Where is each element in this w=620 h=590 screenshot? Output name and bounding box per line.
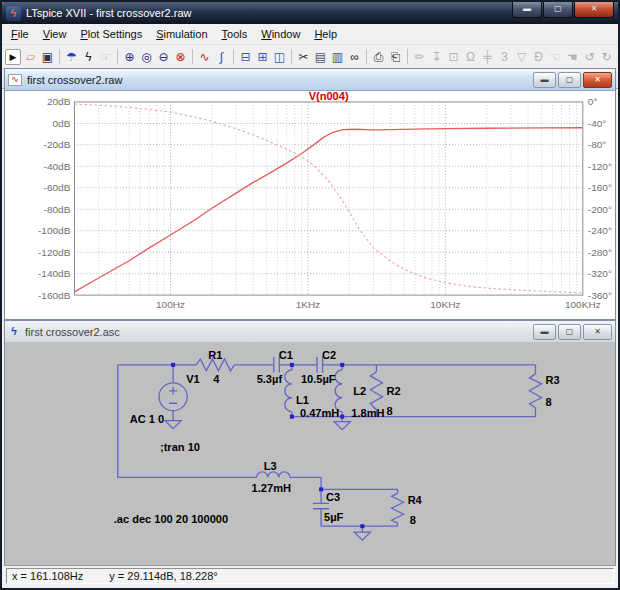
- drag-icon[interactable]: ☚: [564, 48, 581, 65]
- value-R4[interactable]: 8: [410, 514, 416, 526]
- component-L1[interactable]: [285, 370, 292, 412]
- undo-icon[interactable]: ↺: [581, 48, 598, 65]
- directive-tran[interactable]: ;tran 10: [160, 441, 200, 453]
- mirror-icon[interactable]: Ɛm: [615, 48, 620, 65]
- value-R2[interactable]: 8: [387, 405, 393, 417]
- move-icon[interactable]: ☜: [547, 48, 564, 65]
- redo-icon[interactable]: ↻: [598, 48, 615, 65]
- ground-symbol-low: [354, 532, 370, 540]
- minimize-button[interactable]: ▬: [512, 2, 542, 18]
- waveform-window-titlebar[interactable]: ∿ first crossover2.raw ▬▢✕: [5, 69, 615, 91]
- directive-ac[interactable]: .ac dec 100 20 100000: [114, 513, 228, 525]
- y-left-tick-label: -100dB: [38, 225, 71, 236]
- wire-icon[interactable]: ✏: [411, 48, 428, 65]
- label-L2[interactable]: L2: [353, 385, 366, 397]
- y-right-tick-label: 0°: [588, 96, 598, 107]
- schematic-window-titlebar[interactable]: ϟ first crossover2.asc ▬▢✕: [5, 321, 615, 343]
- value-V1[interactable]: AC 1 0: [130, 413, 164, 425]
- minimize-button[interactable]: ▬: [533, 72, 556, 88]
- paste-icon[interactable]: ▥: [329, 48, 346, 65]
- maximize-button[interactable]: ▢: [543, 2, 573, 18]
- resistor-icon[interactable]: Ω: [462, 48, 479, 65]
- tile-horizontal-icon[interactable]: ⊟: [237, 48, 254, 65]
- waveform-window-icon: ∿: [8, 74, 22, 86]
- save-icon[interactable]: ▣: [39, 48, 56, 65]
- capacitor-icon[interactable]: ╪: [479, 48, 496, 65]
- label-R3[interactable]: R3: [546, 374, 560, 386]
- open-icon[interactable]: ▱: [22, 48, 39, 65]
- waveform-plot-area[interactable]: 100Hz1KHz10KHz100KHz20dB0dB-20dB-40dB-60…: [5, 90, 615, 319]
- waveform-plot[interactable]: 100Hz1KHz10KHz100KHz20dB0dB-20dB-40dB-60…: [5, 90, 615, 319]
- cut-icon[interactable]: ✂: [295, 48, 312, 65]
- label-C2[interactable]: C2: [322, 349, 336, 361]
- bjt-icon[interactable]: Ð: [530, 48, 547, 65]
- toolbar-separator: [117, 49, 118, 64]
- y-right-tick-label: -360°: [588, 290, 612, 301]
- zoom-area-icon[interactable]: ◎: [138, 48, 155, 65]
- schematic-drawing: V1 AC 1 0 ;tran 10 R1 4 C1 5.3µf C2 10.5…: [5, 342, 615, 567]
- magnitude-trace[interactable]: [74, 128, 582, 292]
- copy-icon[interactable]: ▤: [312, 48, 329, 65]
- label-net-icon[interactable]: ⊡: [445, 48, 462, 65]
- trace-label[interactable]: V(n004): [309, 90, 349, 102]
- component-L2[interactable]: [335, 370, 342, 412]
- minimize-button[interactable]: ▬: [533, 324, 556, 340]
- new-schematic-icon[interactable]: ▶: [5, 49, 21, 65]
- print-icon[interactable]: ⎙: [370, 48, 387, 65]
- label-C3[interactable]: C3: [326, 491, 340, 503]
- y-right-tick-label: -80°: [588, 139, 607, 150]
- tile-vertical-icon[interactable]: ◫: [271, 48, 288, 65]
- value-L2[interactable]: 1.8mH: [351, 407, 384, 419]
- find-icon[interactable]: ∞: [346, 48, 363, 65]
- print-preview-icon[interactable]: ⎗: [387, 48, 404, 65]
- label-V1[interactable]: V1: [186, 373, 200, 385]
- menu-plot-settings[interactable]: Plot Settings: [73, 26, 149, 42]
- menu-window[interactable]: Window: [254, 26, 307, 42]
- halt-icon[interactable]: ☞: [97, 48, 114, 65]
- value-R1[interactable]: 4: [213, 373, 220, 385]
- value-C2[interactable]: 10.5µF: [301, 373, 336, 385]
- component-R2[interactable]: [370, 372, 382, 410]
- control-panel-icon[interactable]: ☂: [63, 48, 80, 65]
- maximize-button[interactable]: ▢: [558, 324, 581, 340]
- label-C1[interactable]: C1: [279, 349, 293, 361]
- close-button[interactable]: ✕: [583, 324, 612, 340]
- menu-file[interactable]: File: [4, 26, 36, 42]
- value-L1[interactable]: 0.47mH: [300, 407, 339, 419]
- ground-icon[interactable]: ↧: [428, 48, 445, 65]
- cascade-windows-icon[interactable]: ⊞: [254, 48, 271, 65]
- plot-settings-icon[interactable]: ∫: [213, 48, 230, 65]
- menu-view[interactable]: View: [36, 26, 74, 42]
- run-icon[interactable]: ϟ: [80, 48, 97, 65]
- zoom-in-icon[interactable]: ⊕: [121, 48, 138, 65]
- menu-simulation[interactable]: Simulation: [149, 26, 214, 42]
- zoom-full-extents-icon[interactable]: ⊗: [172, 48, 189, 65]
- component-C3[interactable]: [313, 503, 329, 508]
- label-R2[interactable]: R2: [387, 385, 401, 397]
- value-L3[interactable]: 1.27mH: [252, 482, 291, 494]
- label-R4[interactable]: R4: [408, 494, 423, 506]
- value-C3[interactable]: 5µF: [324, 511, 344, 523]
- value-R3[interactable]: 8: [546, 396, 552, 408]
- value-C1[interactable]: 5.3µf: [257, 373, 283, 385]
- close-button[interactable]: ✕: [574, 2, 614, 18]
- phase-trace[interactable]: [74, 104, 582, 293]
- menu-help[interactable]: Help: [307, 26, 344, 42]
- maximize-button[interactable]: ▢: [558, 72, 581, 88]
- component-V1[interactable]: [159, 383, 187, 411]
- component-R3[interactable]: [529, 374, 541, 408]
- label-L1[interactable]: L1: [296, 394, 309, 406]
- toolbar-separator: [233, 49, 234, 64]
- inductor-icon[interactable]: 3: [496, 48, 513, 65]
- zoom-out-icon[interactable]: ⊖: [155, 48, 172, 65]
- y-right-tick-label: -280°: [588, 247, 612, 258]
- diode-icon[interactable]: ▽: [513, 48, 530, 65]
- label-L3[interactable]: L3: [264, 460, 277, 472]
- autorange-icon[interactable]: ∿: [196, 48, 213, 65]
- schematic-canvas[interactable]: V1 AC 1 0 ;tran 10 R1 4 C1 5.3µf C2 10.5…: [5, 342, 615, 567]
- menu-tools[interactable]: Tools: [215, 26, 255, 42]
- component-R4[interactable]: [392, 493, 404, 523]
- label-R1[interactable]: R1: [208, 349, 222, 361]
- close-button[interactable]: ✕: [583, 72, 612, 88]
- component-L3[interactable]: [257, 472, 290, 477]
